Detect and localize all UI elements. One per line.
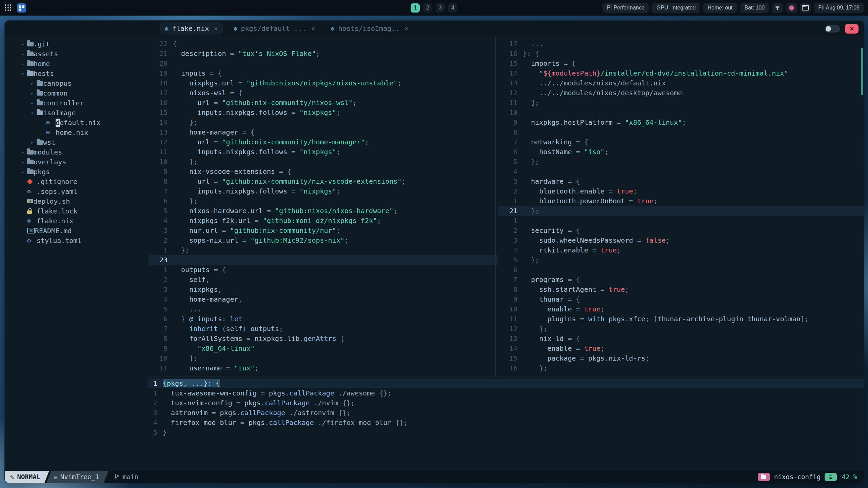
tree-item-hosts[interactable]: ▾hosts <box>5 68 146 78</box>
tree-item-canopus[interactable]: ▸canopus <box>5 78 146 88</box>
code-text: imports = [ <box>523 59 576 67</box>
tree-item-flake.lock[interactable]: flake.lock <box>5 206 146 216</box>
line-number: 23 <box>149 255 167 265</box>
code-line: 2 self, <box>149 275 498 285</box>
workspace-4[interactable]: 4 <box>448 3 457 13</box>
code-token: outputs <box>251 325 279 333</box>
line-number: 21 <box>149 49 167 59</box>
tab-hosts/isoImag..[interactable]: ❄hosts/isoImag..× <box>326 22 413 35</box>
nix-icon: ❄ <box>165 25 169 32</box>
workspace-2[interactable]: 2 <box>423 3 432 13</box>
tab-label: hosts/isoImag.. <box>338 24 399 33</box>
line-number: 14 <box>149 118 167 127</box>
code-text: hostName = "iso"; <box>523 148 609 156</box>
tab-flake.nix[interactable]: ❄flake.nix× <box>160 22 223 35</box>
line-number: 12 <box>498 88 517 98</box>
tree-item-flake.nix[interactable]: ❄flake.nix <box>5 216 146 226</box>
code-token: ( <box>218 325 226 333</box>
notification-widget[interactable] <box>786 3 797 13</box>
workspace-3[interactable]: 3 <box>436 3 445 13</box>
tree-item-isoImage[interactable]: ▾isoImage <box>5 108 146 118</box>
power-profile-widget[interactable]: P: Performance <box>603 3 649 13</box>
code-text: }; <box>523 256 539 264</box>
tree-item-pkgs[interactable]: ▸pkgs <box>5 167 146 177</box>
tree-item-stylua.toml[interactable]: ⚙stylua.toml <box>5 236 146 245</box>
code-line: 1 bluetooth.powerOnBoot = true; <box>498 196 864 206</box>
folder-icon <box>37 101 43 105</box>
close-button[interactable]: ✕ <box>845 24 859 34</box>
chevron-icon: ▸ <box>28 100 37 106</box>
tree-item-modules[interactable]: ▸modules <box>5 147 146 157</box>
tab-close-icon[interactable]: × <box>405 25 408 32</box>
editor-right[interactable]: 17 ...16}: {15 imports = [14 "${modulesP… <box>496 36 864 380</box>
tree-item-wsl[interactable]: ▸wsl <box>5 137 146 147</box>
code-token: ; <box>682 118 686 126</box>
line-number: 5 <box>498 255 517 265</box>
tree-item-label: controller <box>43 99 84 107</box>
bar-left-group <box>0 3 26 13</box>
code-token: }; <box>173 158 197 166</box>
nix-icon: ❄ <box>234 25 237 32</box>
scrollbar-thumb[interactable] <box>861 48 863 95</box>
tree-item-home.nix[interactable]: ❄home.nix <box>5 127 146 137</box>
code-token: = <box>218 226 230 235</box>
folder-open-icon <box>27 71 34 76</box>
clipboard-widget[interactable] <box>800 3 811 13</box>
wifi-widget[interactable] <box>772 3 783 13</box>
nix-icon: ❄ <box>46 129 56 136</box>
code-text: ... <box>173 305 201 313</box>
tree-item-common[interactable]: ▸common <box>5 88 146 98</box>
editor-left[interactable]: 22{21 description = "tux's NixOS Flake";… <box>146 36 498 380</box>
code-token: . <box>265 419 269 427</box>
code-line: 9 "x86_64-linux" <box>149 344 498 353</box>
tree-item-default.nix[interactable]: ❄default.nix <box>5 118 146 127</box>
tree-item-home[interactable]: ▸home <box>5 59 146 68</box>
tab-pkgs/default ...[interactable]: ❄pkgs/default ...× <box>229 22 320 35</box>
tab-close-icon[interactable]: × <box>311 25 315 32</box>
line-number: 22 <box>149 39 167 49</box>
tabline: ❄flake.nix×❄pkgs/default ...×❄hosts/isoI… <box>5 21 864 36</box>
workspaces: 1234 <box>411 0 457 16</box>
clock-widget[interactable]: Fri Aug 09, 17:09 <box>814 3 864 13</box>
horizontal-split-separator[interactable] <box>146 376 864 377</box>
workspace-1[interactable]: 1 <box>411 3 420 13</box>
line-number: 13 <box>149 127 167 137</box>
code-token: }; <box>523 256 539 264</box>
code-token: "tux's NixOS Flake" <box>238 49 316 58</box>
tree-item-README.md[interactable]: README.md <box>5 226 146 236</box>
tree-item-controller[interactable]: ▸controller <box>5 98 146 108</box>
tree-item-.git[interactable]: ▸.git <box>5 39 146 49</box>
awesome-logo-icon[interactable] <box>17 3 26 13</box>
editor-bottom[interactable]: 1{pkgs, ...}: {1 tux-awesome-wm-config =… <box>146 377 864 460</box>
line-number: 18 <box>149 78 167 88</box>
code-token: ; <box>401 177 406 185</box>
code-token: {pkgs, ...}: { <box>163 379 220 387</box>
battery-widget[interactable]: Bat: 100 <box>740 3 769 13</box>
code-token: , <box>218 285 222 293</box>
code-line: 23 <box>149 255 498 265</box>
code-text: url = "github:nix-community/home-manager… <box>173 138 369 146</box>
gpu-widget[interactable]: GPU: Integrated <box>652 3 700 13</box>
code-token: . <box>255 148 259 156</box>
app-launcher-icon[interactable] <box>5 4 12 11</box>
code-token: = <box>251 217 263 225</box>
code-token: true <box>617 187 633 195</box>
code-token: . <box>222 187 226 195</box>
tree-item-.gitignore[interactable]: .gitignore <box>5 177 146 186</box>
code-token: url <box>222 79 234 87</box>
home-status-widget[interactable]: Home: out <box>703 3 737 13</box>
folder-icon <box>27 52 34 56</box>
tree-item-.sops.yaml[interactable]: ⚙.sops.yaml <box>5 186 146 196</box>
code-token: genAttrs <box>303 334 336 343</box>
code-token: {}; <box>334 409 351 417</box>
tree-item-deploy.sh[interactable]: deploy.sh <box>5 196 146 206</box>
chevron-icon: ▸ <box>18 159 27 165</box>
pin-toggle[interactable] <box>825 25 840 33</box>
code-line: 17 ... <box>498 39 864 49</box>
file-tree[interactable]: ▸.git▸assets▸home▾hosts▸canopus▸common▸c… <box>5 36 146 471</box>
code-token: }; <box>173 118 197 126</box>
code-token: = <box>576 315 588 323</box>
tree-item-assets[interactable]: ▸assets <box>5 49 146 59</box>
tab-close-icon[interactable]: × <box>214 25 218 32</box>
tree-item-overlays[interactable]: ▸overlays <box>5 157 146 167</box>
